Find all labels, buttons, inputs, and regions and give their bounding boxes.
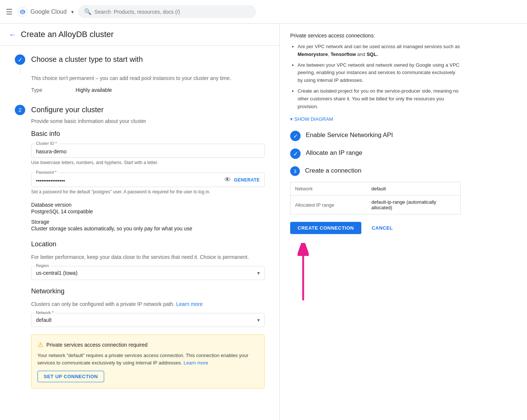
action-buttons: CREATE CONNECTION CANCEL (290, 222, 461, 234)
cluster-id-label: Cluster ID * (34, 141, 58, 146)
show-password-icon[interactable]: 👁 (224, 176, 231, 184)
warning-icon: ⚠ (37, 341, 43, 349)
step-1-block: ✓ Choose a cluster type to start with Th… (15, 54, 265, 93)
page-title: Create an AlloyDB cluster (21, 30, 114, 39)
right-step-3: 3 Create a connection (290, 166, 461, 176)
right-panel: Private services access connections: Are… (280, 24, 527, 420)
connection-table: Network default Allocated IP range defau… (290, 182, 461, 214)
show-diagram-label: SHOW DIAGRAM (294, 116, 333, 122)
right-step-api-check: ✓ (293, 133, 298, 140)
warning-learn-more-link[interactable]: Learn more (183, 360, 208, 366)
network-chevron-icon: ▾ (257, 317, 260, 323)
generate-button[interactable]: GENERATE (234, 177, 260, 183)
step-2-header: 2 Configure your cluster (15, 105, 265, 115)
password-field[interactable]: Password * 👁 GENERATE (31, 173, 265, 187)
location-desc: For better performance, keep your data c… (31, 254, 265, 260)
warning-title: Private services access connection requi… (46, 342, 148, 348)
cancel-button[interactable]: CANCEL (366, 222, 399, 234)
cluster-id-group: Cluster ID * Use lowercase letters, numb… (31, 144, 265, 165)
right-step-api-title: Enable Service Networking API (306, 131, 393, 139)
step-1-title: Choose a cluster type to start with (31, 54, 143, 64)
password-actions: 👁 GENERATE (224, 176, 260, 184)
show-diagram-button[interactable]: ▾ SHOW DIAGRAM (290, 116, 461, 122)
right-step-3-circle: 3 (290, 166, 300, 176)
table-row-network: Network default (291, 182, 461, 196)
step-1-header: ✓ Choose a cluster type to start with (15, 54, 265, 65)
step-1-check-icon: ✓ (18, 56, 23, 63)
ip-range-col: Allocated IP range (291, 196, 367, 214)
storage-value: Cluster storage scales automatically, so… (31, 226, 265, 231)
db-version-row: Database version PostgreSQL 14 compatibl… (31, 202, 265, 214)
db-version-value: PostgreSQL 14 compatible (31, 209, 265, 214)
right-step-ip-check: ✓ (293, 150, 298, 157)
page-header: ← Create an AlloyDB cluster (0, 24, 279, 46)
type-row: Type Highly available (31, 87, 265, 93)
cluster-id-hint: Use lowercase letters, numbers, and hyph… (31, 160, 265, 165)
right-step-conn-1 (295, 143, 295, 149)
network-val: default (367, 182, 460, 196)
chevron-down-icon: ▾ (290, 116, 293, 122)
region-dropdown[interactable]: Region us-central1 (Iowa) ▾ (31, 266, 265, 280)
type-label: Type (31, 87, 61, 93)
bullet-item-3: Create an isolated project for you on th… (298, 87, 461, 110)
network-label: Network * (34, 310, 55, 315)
storage-label: Storage (31, 219, 265, 225)
arrow-container (290, 243, 461, 302)
db-version-label: Database version (31, 202, 265, 208)
ip-range-val: default-ip-range (automatically allocate… (367, 196, 460, 214)
networking-title: Networking (31, 287, 265, 295)
password-hint: Set a password for the default "postgres… (31, 189, 265, 194)
step-2-number: 2 (19, 107, 21, 113)
step-2-block: 2 Configure your cluster Provide some ba… (15, 105, 265, 389)
table-row-ip: Allocated IP range default-ip-range (aut… (291, 196, 461, 214)
step-1-subtitle: This choice isn't permanent – you can ad… (31, 75, 265, 81)
step-2-circle: 2 (15, 105, 25, 115)
cluster-id-input[interactable] (36, 147, 260, 154)
region-value: us-central1 (Iowa) (36, 270, 77, 276)
step-2-subtitle: Provide some basic information about you… (31, 118, 265, 124)
warning-box: ⚠ Private services access connection req… (31, 334, 265, 389)
step-2-body: Provide some basic information about you… (15, 118, 265, 389)
right-step-ip-title: Allocate an IP range (306, 149, 362, 157)
logo-text: Google Cloud (30, 9, 67, 15)
setup-connection-button[interactable]: SET UP CONNECTION (37, 371, 104, 382)
password-input[interactable] (36, 176, 224, 184)
storage-row: Storage Cluster storage scales automatic… (31, 219, 265, 231)
password-group: Password * 👁 GENERATE Set a password for… (31, 173, 265, 194)
right-step-3-title: Create a connection (305, 166, 361, 174)
right-step-api-circle: ✓ (290, 131, 301, 141)
basic-info-title: Basic info (31, 130, 265, 138)
networking-learn-more-link[interactable]: Learn more (176, 301, 203, 307)
main-layout: ← Create an AlloyDB cluster ✓ Choose a c… (0, 24, 527, 420)
steps-container: ✓ Choose a cluster type to start with Th… (0, 46, 279, 409)
back-button[interactable]: ← (9, 30, 16, 39)
network-dropdown[interactable]: Network * default ▾ (31, 313, 265, 327)
search-icon: 🔍 (84, 8, 92, 15)
search-bar[interactable]: 🔍 (78, 5, 256, 18)
left-panel: ← Create an AlloyDB cluster ✓ Choose a c… (0, 24, 280, 420)
google-cloud-logo: G Google Cloud (17, 6, 67, 17)
type-value: Highly available (76, 87, 112, 93)
region-group: Region us-central1 (Iowa) ▾ (31, 266, 265, 280)
create-connection-button[interactable]: CREATE CONNECTION (290, 222, 361, 234)
bullet-item-2: Are between your VPC network and network… (298, 61, 461, 84)
private-services-title: Private services access connections: (290, 33, 461, 39)
cluster-id-field[interactable]: Cluster ID * (31, 144, 265, 158)
step-2-title: Configure your cluster (31, 105, 104, 114)
project-selector[interactable]: ▾ (71, 9, 74, 15)
hamburger-icon[interactable]: ☰ (6, 7, 13, 16)
step-1-connector (20, 66, 20, 74)
step-1-circle: ✓ (15, 54, 25, 65)
network-col: Network (291, 182, 367, 196)
svg-text:G: G (21, 10, 24, 14)
network-value: default (36, 317, 52, 323)
region-label: Region (34, 263, 50, 268)
bullet-item-1: Are per VPC network and can be used acro… (298, 43, 461, 59)
network-group: Network * default ▾ (31, 313, 265, 327)
right-step-ip-circle: ✓ (290, 149, 301, 159)
warning-body: Your network "default" requires a privat… (37, 352, 258, 366)
right-step-ip: ✓ Allocate an IP range (290, 149, 461, 159)
search-input[interactable] (95, 9, 250, 15)
top-nav: ☰ G Google Cloud ▾ 🔍 (0, 0, 527, 24)
password-row: 👁 GENERATE (36, 176, 260, 184)
